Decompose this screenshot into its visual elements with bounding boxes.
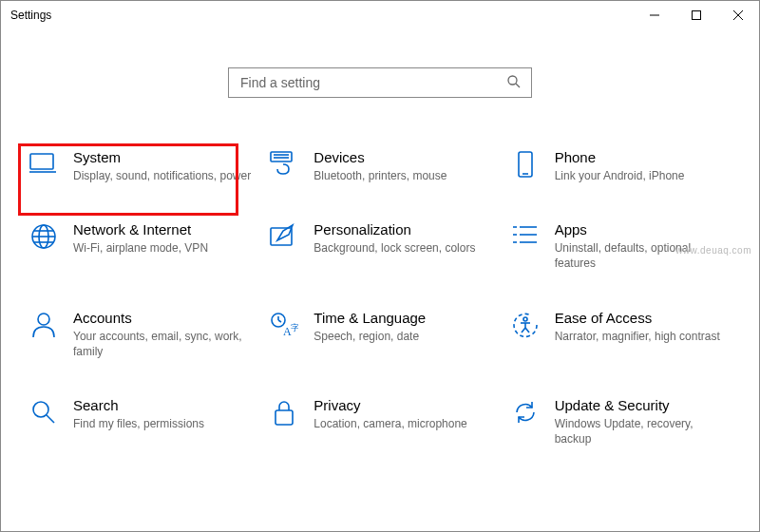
svg-line-34 <box>522 328 525 332</box>
search-container <box>1 67 759 98</box>
tile-title: Time & Language <box>314 310 491 327</box>
svg-rect-8 <box>271 152 292 162</box>
tile-system[interactable]: System Display, sound, notifications, po… <box>24 145 255 187</box>
tile-devices[interactable]: Devices Bluetooth, printers, mouse <box>264 145 495 187</box>
svg-line-5 <box>516 84 520 87</box>
svg-point-31 <box>523 317 527 321</box>
watermark: www.deuaq.com <box>675 245 751 256</box>
tile-title: System <box>73 149 251 166</box>
svg-rect-6 <box>30 154 53 169</box>
tile-title: Privacy <box>314 397 491 414</box>
settings-grid: System Display, sound, notifications, po… <box>1 145 759 469</box>
tile-ease-of-access[interactable]: Ease of Access Narrator, magnifier, high… <box>505 306 736 363</box>
tile-personalization[interactable]: Personalization Background, lock screen,… <box>264 218 495 275</box>
svg-rect-18 <box>271 228 292 245</box>
tile-desc: Wi-Fi, airplane mode, VPN <box>73 240 251 256</box>
svg-text:字: 字 <box>291 323 298 332</box>
tile-desc: Narrator, magnifier, high contrast <box>555 329 732 344</box>
tile-desc: Display, sound, notifications, power <box>73 168 251 183</box>
tile-title: Apps <box>555 221 732 238</box>
svg-point-36 <box>33 402 48 417</box>
close-button[interactable] <box>717 1 759 29</box>
titlebar: Settings <box>1 1 759 29</box>
maximize-button[interactable] <box>675 1 717 29</box>
devices-icon <box>268 149 300 176</box>
tile-phone[interactable]: Phone Link your Android, iPhone <box>505 145 736 187</box>
tile-desc: Windows Update, recovery, backup <box>555 416 732 446</box>
tile-desc: Location, camera, microphone <box>314 416 491 431</box>
tile-title: Devices <box>314 149 491 166</box>
tile-desc: Find my files, permissions <box>73 416 251 431</box>
search-tile-icon <box>28 397 60 426</box>
minimize-button[interactable] <box>634 1 675 29</box>
close-icon <box>733 10 743 20</box>
time-language-icon: A字 <box>268 310 300 338</box>
svg-line-37 <box>47 415 54 423</box>
svg-point-25 <box>38 314 49 325</box>
tile-network[interactable]: Network & Internet Wi-Fi, airplane mode,… <box>24 218 255 275</box>
tile-title: Network & Internet <box>73 221 251 238</box>
search-icon <box>506 74 522 92</box>
tile-search[interactable]: Search Find my files, permissions <box>24 393 255 450</box>
tile-privacy[interactable]: Privacy Location, camera, microphone <box>264 393 495 450</box>
tile-update-security[interactable]: Update & Security Windows Update, recove… <box>505 393 736 450</box>
tile-title: Ease of Access <box>555 310 732 327</box>
system-icon <box>28 149 60 174</box>
search-box[interactable] <box>228 67 532 98</box>
tile-title: Update & Security <box>555 397 732 414</box>
window-title: Settings <box>10 9 51 22</box>
apps-icon <box>509 221 542 246</box>
tile-title: Search <box>73 397 251 414</box>
tile-desc: Bluetooth, printers, mouse <box>314 168 491 183</box>
personalization-icon <box>268 221 300 248</box>
tile-accounts[interactable]: Accounts Your accounts, email, sync, wor… <box>24 306 255 363</box>
tile-desc: Speech, region, date <box>314 329 491 344</box>
tile-time-language[interactable]: A字 Time & Language Speech, region, date <box>264 306 495 363</box>
ease-of-access-icon <box>509 310 542 338</box>
network-icon <box>28 221 60 250</box>
privacy-icon <box>268 397 300 428</box>
minimize-icon <box>650 10 659 20</box>
search-input[interactable] <box>238 74 506 91</box>
svg-rect-1 <box>693 11 701 20</box>
svg-line-35 <box>525 328 529 332</box>
svg-line-28 <box>278 320 281 322</box>
svg-rect-11 <box>519 152 532 177</box>
svg-rect-38 <box>276 410 293 425</box>
tile-desc: Your accounts, email, sync, work, family <box>73 329 251 359</box>
update-icon <box>509 397 542 426</box>
svg-point-4 <box>508 76 517 85</box>
tile-title: Phone <box>555 149 732 166</box>
tile-desc: Background, lock screen, colors <box>314 240 491 256</box>
accounts-icon <box>28 310 60 338</box>
maximize-icon <box>692 10 701 20</box>
tile-desc: Link your Android, iPhone <box>555 168 732 183</box>
tile-title: Accounts <box>73 310 251 327</box>
tile-title: Personalization <box>314 221 491 238</box>
phone-icon <box>509 149 542 180</box>
